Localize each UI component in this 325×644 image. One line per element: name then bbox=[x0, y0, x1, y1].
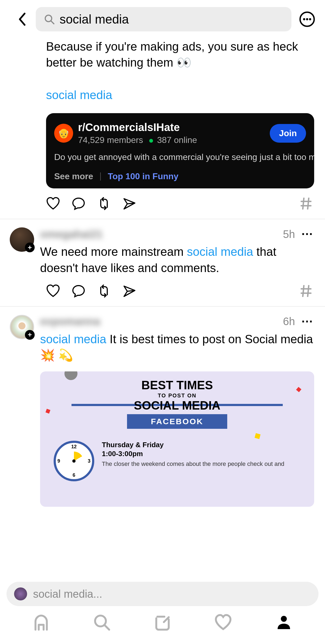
author-avatar[interactable]: + bbox=[10, 227, 34, 252]
author-username[interactable]: omegahai21 bbox=[40, 228, 103, 240]
home-icon bbox=[32, 613, 51, 632]
clock-icon: 12369 bbox=[54, 441, 94, 481]
chevron-left-icon bbox=[18, 12, 26, 26]
community-card[interactable]: 👴 r/CommercialsIHate 74,529 members 387 … bbox=[46, 113, 314, 188]
share-button[interactable] bbox=[122, 197, 136, 211]
svg-point-4 bbox=[306, 18, 308, 20]
comment-button[interactable] bbox=[72, 284, 86, 298]
follow-plus-icon[interactable]: + bbox=[25, 330, 35, 340]
community-desc: Do you get annoyed with a commercial you… bbox=[54, 152, 306, 162]
see-more-link[interactable]: See more bbox=[54, 171, 93, 181]
post-image-infographic[interactable]: BEST TIMES TO POST ON SOCIAL MEDIA FACEB… bbox=[40, 371, 314, 507]
community-avatar-icon: 👴 bbox=[54, 124, 73, 143]
post-overflow-button[interactable]: ··· bbox=[300, 315, 314, 328]
search-value: social media bbox=[60, 12, 129, 27]
send-icon bbox=[122, 284, 136, 298]
svg-point-8 bbox=[281, 616, 287, 622]
tab-search[interactable] bbox=[92, 613, 111, 632]
search-icon bbox=[92, 613, 111, 632]
like-button[interactable] bbox=[46, 284, 60, 298]
heart-icon bbox=[46, 284, 60, 298]
post-time: 5h bbox=[283, 228, 295, 240]
comment-icon bbox=[72, 197, 86, 211]
share-button[interactable] bbox=[122, 284, 136, 298]
person-icon bbox=[274, 613, 293, 632]
svg-line-7 bbox=[105, 625, 109, 630]
repost-button[interactable] bbox=[97, 197, 111, 211]
repost-icon bbox=[97, 197, 111, 211]
post-body: social media It is best times to post on… bbox=[40, 331, 314, 363]
repost-button[interactable] bbox=[97, 284, 111, 298]
repost-icon bbox=[97, 284, 111, 298]
compose-placeholder: social media... bbox=[33, 588, 102, 600]
compose-icon bbox=[153, 613, 172, 632]
post-body: We need more mainstream social media tha… bbox=[40, 244, 314, 276]
author-username[interactable]: expomanna bbox=[40, 315, 100, 328]
ellipsis-circle-icon bbox=[299, 11, 315, 27]
online-dot-icon bbox=[149, 139, 153, 143]
compose-avatar-icon bbox=[14, 587, 27, 600]
highlight-term[interactable]: social media bbox=[40, 332, 106, 346]
top-rank-link[interactable]: Top 100 in Funny bbox=[108, 171, 178, 181]
comment-icon bbox=[72, 284, 86, 298]
feed-post: + omegahai21 5h ··· We need more mainstr… bbox=[0, 219, 325, 306]
tab-activity[interactable] bbox=[214, 613, 233, 632]
author-avatar[interactable]: + bbox=[10, 315, 34, 339]
heart-icon bbox=[46, 197, 60, 211]
svg-line-1 bbox=[51, 21, 54, 24]
search-icon bbox=[44, 14, 55, 25]
highlight-term[interactable]: social media bbox=[46, 88, 112, 102]
hash-icon bbox=[301, 285, 311, 297]
tag-button[interactable] bbox=[301, 198, 311, 210]
follow-plus-icon[interactable]: + bbox=[25, 243, 35, 252]
community-stats: 74,529 members 387 online bbox=[78, 135, 197, 145]
hash-icon bbox=[301, 198, 311, 210]
comment-button[interactable] bbox=[72, 197, 86, 211]
send-icon bbox=[122, 197, 136, 211]
highlight-term[interactable]: social media bbox=[187, 245, 253, 258]
post-time: 6h bbox=[283, 315, 295, 328]
tab-bar bbox=[0, 606, 325, 644]
svg-point-3 bbox=[303, 18, 305, 20]
tag-button[interactable] bbox=[301, 285, 311, 297]
tab-home[interactable] bbox=[32, 613, 51, 632]
feed-post: Because if you're making ads, you sure a… bbox=[0, 38, 325, 219]
tab-profile[interactable] bbox=[274, 613, 293, 632]
tab-compose[interactable] bbox=[153, 613, 172, 632]
feed-post: + expomanna 6h ··· social media It is be… bbox=[0, 306, 325, 515]
heart-icon bbox=[214, 613, 233, 632]
platform-badge: FACEBOOK bbox=[127, 414, 227, 429]
header-overflow-button[interactable] bbox=[299, 11, 315, 27]
join-button[interactable]: Join bbox=[270, 124, 306, 143]
back-button[interactable] bbox=[16, 13, 28, 25]
compose-bar[interactable]: social media... bbox=[6, 582, 318, 606]
like-button[interactable] bbox=[46, 197, 60, 211]
svg-point-5 bbox=[309, 18, 311, 20]
search-field[interactable]: social media bbox=[36, 7, 291, 31]
post-overflow-button[interactable]: ··· bbox=[300, 227, 314, 241]
post-body: Because if you're making ads, you sure a… bbox=[46, 38, 314, 71]
community-name: r/CommercialsIHate bbox=[78, 121, 197, 133]
svg-point-0 bbox=[45, 15, 52, 22]
